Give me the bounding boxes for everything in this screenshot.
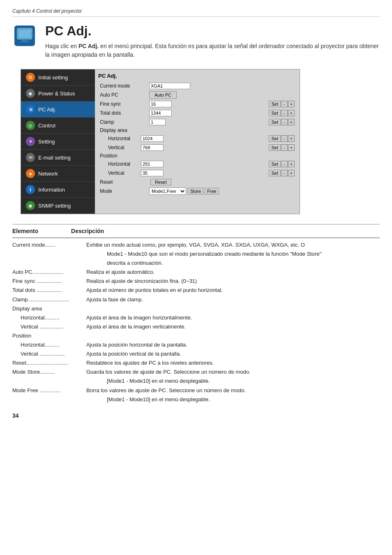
power-status-icon: ◉ [26,89,35,98]
title-content: PC Adj. Haga clic en PC Adj. en el menú … [45,23,380,59]
position-vertical-label: Vertical [100,170,141,176]
sidebar-item-network[interactable]: ◈ Network [21,166,95,182]
sidebar-item-information[interactable]: ℹ Information [21,182,95,198]
position-vertical-minus[interactable]: - [281,170,288,176]
mode-store-button[interactable]: Store [188,188,203,194]
fine-sync-set-button[interactable]: Set [269,101,281,107]
sidebar-item-email-setting[interactable]: ✉ E-mail setting [21,150,95,166]
reset-row: Reset Reset [98,178,296,187]
svg-rect-5 [18,30,31,38]
display-horizontal-plus[interactable]: + [288,135,295,142]
total-dots-minus-button[interactable]: - [281,110,288,116]
current-mode-label: Current mode [100,83,149,89]
position-vertical-set-button[interactable]: Set [269,170,281,176]
clamp-minus-button[interactable]: - [281,119,288,125]
auto-pc-row: Auto PC Auto PC [98,90,296,99]
auto-pc-label: Auto PC [100,92,149,98]
chapter-header: Capítulo 4 Control del proyector [12,8,380,17]
total-dots-set-button[interactable]: Set [269,110,281,116]
fine-sync-minus-button[interactable]: - [281,101,288,107]
clamp-plus-button[interactable]: + [288,119,295,125]
sidebar-item-setting[interactable]: ✦ Setting [21,134,95,150]
total-dots-row: Total dots Set - + [98,109,296,118]
desc-mode-store: Mode Store.......... Guarda los valores … [12,368,380,386]
sidebar-label-initial: Initial setting [38,74,68,81]
mode-row: Mode Mode1,Free Mode2,Free Mode3,Free St… [98,187,296,196]
display-horizontal-set-button[interactable]: Set [269,135,281,142]
mode-label: Mode [100,188,149,194]
desc-mode-free: Mode Free .............. Borra los valor… [12,386,380,404]
desc-current-mode: Current mode....... Exhibe un modo actua… [12,240,380,268]
position-horizontal-input[interactable] [141,161,164,167]
page-number: 34 [12,412,380,419]
display-horizontal-minus[interactable]: - [281,135,288,142]
svg-rect-3 [21,40,28,42]
desc-clamp: Clamp............................ Ajusta… [12,295,380,304]
initial-setting-icon: ⚙ [26,73,35,82]
display-horizontal-label: Horizontal [100,136,141,141]
position-horizontal-set-button[interactable]: Set [269,161,281,167]
desc-display-area: Display area [12,304,380,313]
clamp-set-button[interactable]: Set [269,119,281,125]
title-section: PC Adj. Haga clic en PC Adj. en el menú … [12,23,380,59]
desc-list: Current mode....... Exhibe un modo actua… [12,240,380,404]
desc-header: Elemento Descripción [12,228,380,234]
description-section: Elemento Descripción Current mode.......… [12,224,380,404]
fine-sync-plus-button[interactable]: + [288,101,295,107]
reset-button[interactable]: Reset [150,179,171,185]
sidebar-label-control: Control [38,123,55,129]
current-mode-row: Current mode [98,81,296,90]
setting-icon: ✦ [26,137,35,146]
position-horizontal-plus[interactable]: + [288,161,295,167]
fine-sync-row: Fine sync Set - + [98,99,296,109]
desc-col1: Elemento [12,228,38,234]
desc-display-vertical: Vertical ................ Ajusta el área… [12,322,380,331]
display-vertical-minus[interactable]: - [281,144,288,151]
ui-panel: ⚙ Initial setting ◉ Power & Status 🖥 PC … [21,69,300,214]
auto-pc-button[interactable]: Auto PC [149,91,177,99]
svg-rect-4 [20,42,30,42]
position-horizontal-label: Horizontal [100,161,141,167]
clamp-input[interactable] [149,119,166,125]
display-vertical-plus[interactable]: + [288,144,295,151]
desc-reset: Reset............................ Restab… [12,358,380,368]
network-icon: ◈ [26,169,35,178]
display-vertical-label: Vertical [100,145,141,150]
sidebar-label-snmp: SNMP setting [38,203,71,209]
sidebar-item-control[interactable]: ◎ Control [21,118,95,134]
position-horizontal-minus[interactable]: - [281,161,288,167]
reset-label: Reset [100,179,149,185]
clamp-label: Clamp [100,119,149,125]
sidebar-label-information: Information [38,187,65,193]
total-dots-input[interactable] [149,110,172,116]
intro-paragraph: Haga clic en PC Adj. en el menú principa… [45,42,380,59]
current-mode-input[interactable] [149,83,190,89]
desc-position: Position [12,331,380,340]
fine-sync-label: Fine sync [100,101,149,107]
snmp-icon: ◉ [26,201,35,210]
display-vertical-set-button[interactable]: Set [269,144,281,151]
total-dots-label: Total dots [100,110,149,116]
position-vertical-plus[interactable]: + [288,170,295,176]
sidebar-label-email: E-mail setting [38,155,71,161]
position-vertical-row: Vertical Set - + [98,169,296,178]
information-icon: ℹ [26,185,35,194]
position-label: Position [98,152,296,160]
sidebar-item-power-status[interactable]: ◉ Power & Status [21,86,95,102]
display-horizontal-input[interactable] [141,135,164,142]
mode-free-button[interactable]: Free [205,188,219,194]
sidebar-item-initial-setting[interactable]: ⚙ Initial setting [21,69,95,86]
position-horizontal-row: Horizontal Set - + [98,160,296,169]
fine-sync-input[interactable] [149,101,172,107]
sidebar-item-snmp[interactable]: ◉ SNMP setting [21,198,95,214]
desc-auto-pc: Auto PC..................... Realiza el … [12,268,380,277]
position-vertical-input[interactable] [141,170,164,176]
pc-adj-sidebar-icon: 🖥 [26,105,35,114]
desc-display-horizontal: Horizontal.......... Ajusta el área de l… [12,313,380,322]
clamp-row: Clamp Set - + [98,118,296,127]
display-vertical-input[interactable] [141,144,164,151]
sidebar-item-pc-adj[interactable]: 🖥 PC Adj. [21,102,95,118]
mode-select[interactable]: Mode1,Free Mode2,Free Mode3,Free [149,187,186,195]
total-dots-plus-button[interactable]: + [288,110,295,116]
desc-col2: Descripción [71,228,104,234]
